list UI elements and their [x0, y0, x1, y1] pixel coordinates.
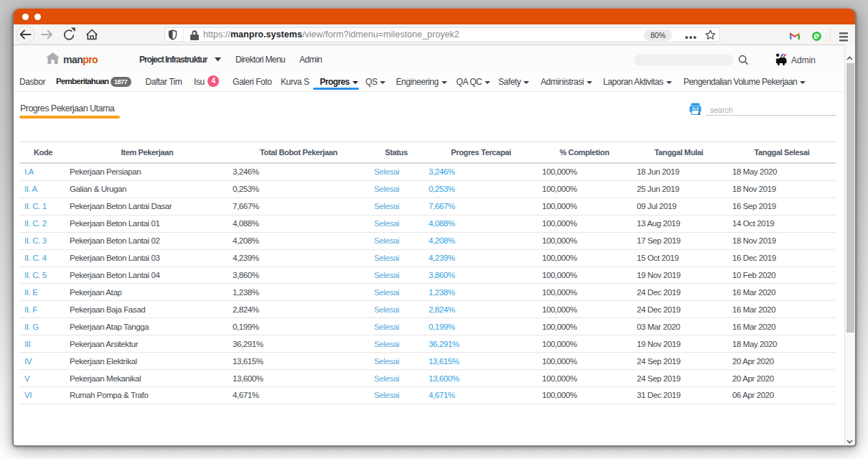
svg-text:XLS: XLS [692, 107, 699, 111]
